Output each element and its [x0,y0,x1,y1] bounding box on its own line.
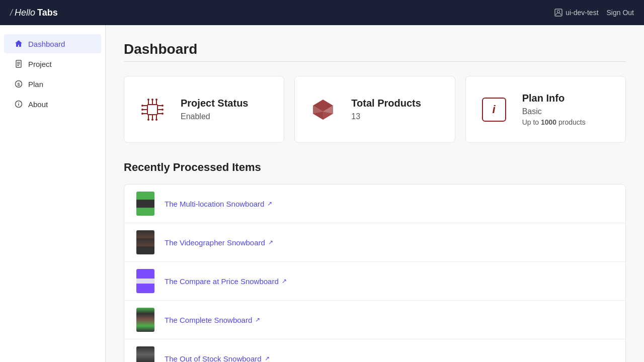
page-title: Dashboard [124,41,626,57]
title-divider [124,61,626,62]
svg-point-24 [141,105,143,107]
total-products-content: Total Products 13 [351,98,421,121]
external-link-icon: ↗ [282,278,287,285]
item-thumbnail [136,192,154,216]
sidebar-label-plan: Plan [28,80,43,88]
svg-point-10 [18,102,19,103]
svg-text:$: $ [17,82,20,87]
project-status-title: Project Status [181,98,248,109]
plan-info-card: i Plan Info Basic Up to 1000 products [465,76,626,143]
sidebar-item-project[interactable]: Project [4,54,101,73]
logo: / Hello Tabs [10,8,58,18]
info-circle-icon [14,100,23,109]
external-link-icon: ↗ [255,316,260,323]
item-thumbnail [136,346,154,362]
user-icon [554,9,562,17]
signout-button[interactable]: Sign Out [607,9,634,17]
external-link-icon: ↗ [268,239,273,246]
list-item[interactable]: The Out of Stock Snowboard ↗ [124,339,625,362]
sidebar-item-dashboard[interactable]: Dashboard [4,34,101,53]
item-label: The Complete Snowboard [165,316,252,324]
list-item[interactable]: The Videographer Snowboard ↗ [124,223,625,262]
item-thumbnail [136,230,154,254]
plan-info-title: Plan Info [522,93,586,104]
item-link[interactable]: The Videographer Snowboard ↗ [165,238,273,247]
total-products-value: 13 [351,112,421,121]
item-link[interactable]: The Compare at Price Snowboard ↗ [165,277,287,286]
sidebar-label-project: Project [28,60,52,68]
svg-point-30 [147,99,149,101]
external-link-icon: ↗ [267,200,272,207]
svg-point-26 [141,113,143,115]
dollar-icon: $ [14,79,23,88]
document-icon [14,59,23,68]
circuit-icon [136,94,169,126]
main-content: Dashboard [106,25,644,362]
svg-point-35 [155,119,157,121]
item-thumbnail [136,269,154,293]
sidebar-item-about[interactable]: About [4,95,101,114]
project-status-value: Enabled [181,112,248,121]
list-item[interactable]: The Compare at Price Snowboard ↗ [124,262,625,301]
plan-info-content: Plan Info Basic Up to 1000 products [522,93,586,126]
home-icon [14,39,23,48]
item-thumbnail [136,308,154,332]
svg-point-29 [162,113,164,115]
logo-tabs: Tabs [37,8,58,18]
svg-rect-11 [147,105,157,115]
svg-point-33 [147,119,149,121]
item-link[interactable]: The Complete Snowboard ↗ [165,316,260,324]
item-label: The Multi-location Snowboard [165,200,264,208]
sidebar: Dashboard Project $ Plan [0,25,106,362]
svg-point-32 [155,99,157,101]
item-label: The Out of Stock Snowboard [165,354,262,363]
external-link-icon: ↗ [265,355,270,362]
recently-processed-title: Recently Processed Items [124,161,626,174]
project-status-content: Project Status Enabled [181,98,248,121]
svg-point-31 [151,99,153,101]
sidebar-label-dashboard: Dashboard [28,40,65,48]
header-user: ui-dev-test [554,9,598,17]
app-layout: Dashboard Project $ Plan [0,25,644,362]
username-label: ui-dev-test [566,9,598,17]
item-label: The Videographer Snowboard [165,238,265,247]
logo-hello: Hello [15,8,35,18]
total-products-title: Total Products [351,98,421,109]
list-item[interactable]: The Complete Snowboard ↗ [124,301,625,339]
logo-decoration: / [10,8,13,18]
item-label: The Compare at Price Snowboard [165,277,279,286]
plan-info-value: Basic [522,107,586,116]
header-right: ui-dev-test Sign Out [554,9,634,17]
item-link[interactable]: The Multi-location Snowboard ↗ [165,200,272,208]
item-link[interactable]: The Out of Stock Snowboard ↗ [165,354,270,363]
sidebar-label-about: About [28,100,48,109]
svg-point-1 [557,11,560,13]
project-status-card: Project Status Enabled [124,76,284,143]
app-header: / Hello Tabs ui-dev-test Sign Out [0,0,644,25]
cards-row: Project Status Enabled Total Products [124,76,626,143]
dropbox-icon [307,94,339,126]
plan-info-sub: Up to 1000 products [522,118,586,126]
svg-point-28 [162,109,164,111]
list-item[interactable]: The Multi-location Snowboard ↗ [124,185,625,223]
sidebar-item-plan[interactable]: $ Plan [4,74,101,94]
info-box-icon: i [482,98,506,122]
svg-point-27 [162,105,164,107]
items-list: The Multi-location Snowboard ↗ The Video… [124,184,626,362]
svg-point-34 [151,119,153,121]
svg-point-25 [141,109,143,111]
total-products-card: Total Products 13 [294,76,455,143]
plan-info-icon: i [478,94,510,126]
items-list-wrapper: The Multi-location Snowboard ↗ The Video… [124,184,626,362]
